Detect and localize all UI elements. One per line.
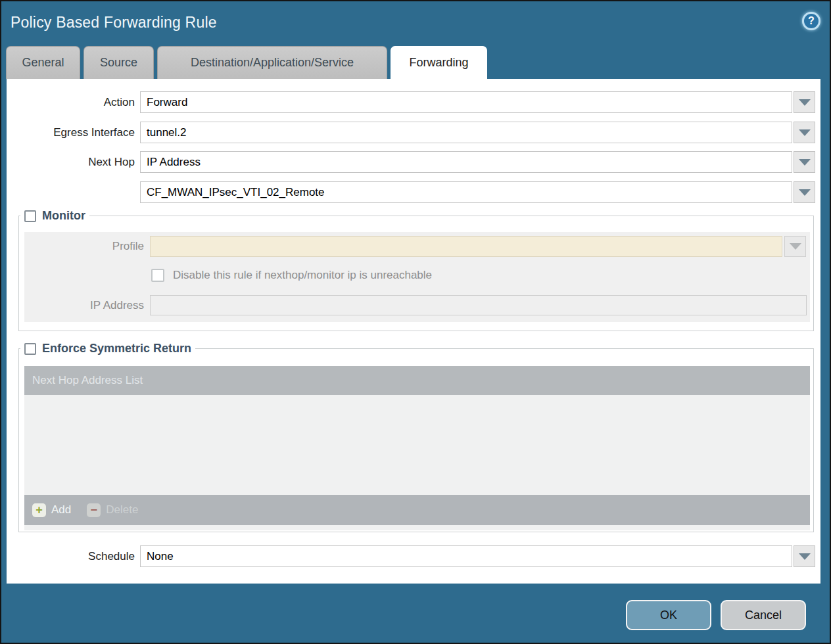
next-hop-value-row: CF_MWAN_IPsec_VTI_02_Remote	[7, 181, 820, 204]
add-button[interactable]: + Add	[32, 503, 71, 517]
next-hop-address-dropdown-button[interactable]	[794, 181, 815, 203]
profile-select	[150, 236, 782, 257]
plus-icon: +	[32, 503, 46, 517]
egress-interface-label: Egress Interface	[7, 122, 135, 144]
enforce-symmetric-return-legend: Enforce Symmetric Return	[20, 342, 195, 356]
dialog-titlebar: Policy Based Forwarding Rule ?	[1, 1, 830, 46]
monitor-ip-address-label: IP Address	[24, 295, 144, 316]
pbf-rule-dialog: Policy Based Forwarding Rule ? General S…	[0, 0, 831, 644]
chevron-down-icon	[790, 243, 801, 250]
ok-button[interactable]: OK	[626, 600, 711, 630]
tab-source[interactable]: Source	[83, 46, 154, 79]
disable-rule-checkbox	[151, 269, 164, 282]
schedule-select[interactable]: None	[140, 545, 792, 567]
profile-dropdown-button	[784, 236, 806, 257]
chevron-down-icon	[799, 159, 811, 166]
monitor-ip-address-input	[150, 295, 807, 315]
next-hop-address-select[interactable]: CF_MWAN_IPsec_VTI_02_Remote	[140, 181, 792, 203]
add-button-label: Add	[51, 503, 71, 517]
tab-forwarding[interactable]: Forwarding	[391, 46, 487, 79]
monitor-legend-label: Monitor	[42, 209, 85, 223]
dialog-title: Policy Based Forwarding Rule	[11, 14, 217, 32]
enforce-symmetric-return-section: Enforce Symmetric Return Next Hop Addres…	[18, 342, 814, 532]
action-dropdown-button[interactable]	[794, 91, 815, 113]
action-row: Action Forward	[7, 91, 820, 114]
delete-button-label: Delete	[106, 503, 138, 517]
next-hop-label: Next Hop	[7, 151, 135, 173]
profile-label: Profile	[24, 236, 144, 257]
next-hop-address-table: Next Hop Address List + Add − Delete	[24, 366, 810, 530]
schedule-label: Schedule	[7, 545, 135, 568]
next-hop-type-select[interactable]: IP Address	[140, 151, 792, 173]
next-hop-address-list-toolbar: + Add − Delete	[24, 495, 810, 525]
next-hop-row: Next Hop IP Address	[7, 151, 820, 173]
action-label: Action	[7, 91, 135, 114]
disable-rule-row: Disable this rule if nexthop/monitor ip …	[151, 267, 432, 283]
enforce-symmetric-return-checkbox[interactable]	[24, 343, 36, 355]
tab-panel-forwarding: Action Forward Egress Interface tunnel.2…	[7, 79, 820, 585]
next-hop-address-list-body[interactable]	[24, 395, 810, 495]
chevron-down-icon	[799, 553, 811, 560]
chevron-down-icon	[799, 129, 811, 136]
table-bottom-strip	[24, 525, 810, 530]
tab-bar: General Source Destination/Application/S…	[6, 46, 487, 79]
next-hop-dropdown-button[interactable]	[794, 151, 815, 173]
cancel-button[interactable]: Cancel	[721, 600, 806, 630]
egress-interface-row: Egress Interface tunnel.2	[7, 122, 820, 144]
monitor-legend: Monitor	[20, 209, 89, 223]
monitor-section: Monitor Profile Disable this rule if nex…	[18, 209, 814, 331]
monitor-checkbox[interactable]	[24, 210, 36, 222]
next-hop-address-list-header: Next Hop Address List	[24, 366, 810, 395]
disable-rule-label: Disable this rule if nexthop/monitor ip …	[173, 269, 432, 282]
help-icon[interactable]: ?	[802, 12, 820, 30]
chevron-down-icon	[799, 189, 811, 196]
minus-icon: −	[87, 503, 101, 517]
schedule-dropdown-button[interactable]	[794, 545, 815, 567]
egress-interface-dropdown-button[interactable]	[794, 122, 815, 143]
chevron-down-icon	[799, 99, 811, 106]
egress-interface-select[interactable]: tunnel.2	[140, 122, 792, 143]
tab-general[interactable]: General	[6, 46, 80, 79]
monitor-panel: Profile Disable this rule if nexthop/mon…	[24, 232, 810, 322]
tab-destination-application-service[interactable]: Destination/Application/Service	[157, 46, 387, 79]
action-select[interactable]: Forward	[140, 91, 792, 113]
enforce-symmetric-return-legend-label: Enforce Symmetric Return	[42, 342, 191, 356]
dialog-footer: OK Cancel	[1, 584, 830, 643]
delete-button: − Delete	[87, 503, 138, 517]
schedule-row: Schedule None	[7, 545, 820, 568]
